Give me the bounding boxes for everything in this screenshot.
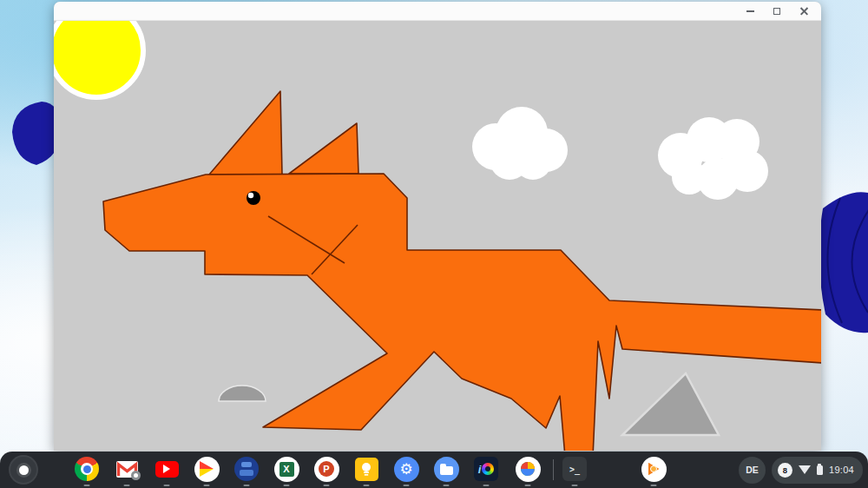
window-titlebar[interactable] <box>54 2 821 21</box>
shelf-app-settings[interactable]: ⚙ <box>391 454 421 484</box>
files-folder-icon <box>434 457 459 482</box>
shelf-app-chrome[interactable] <box>72 454 102 484</box>
shelf-app-blue-app[interactable] <box>232 454 261 484</box>
sun-shape <box>54 21 143 97</box>
running-indicator <box>284 485 290 486</box>
shelf-app-terminal[interactable]: >_ <box>560 454 589 484</box>
excel-icon: X <box>274 457 299 482</box>
terminal-icon: >_ <box>562 457 587 481</box>
close-button[interactable] <box>797 4 811 18</box>
maximize-button[interactable] <box>770 4 784 18</box>
launcher-button[interactable] <box>9 455 38 485</box>
running-indicator <box>444 485 450 486</box>
battery-icon <box>817 465 823 475</box>
running-indicator <box>572 485 578 486</box>
wifi-icon <box>799 465 811 474</box>
shelf-app-ibis-paint[interactable]: i <box>471 454 501 484</box>
fox-eye-highlight <box>248 193 253 198</box>
shelf-app-keep[interactable] <box>352 454 381 484</box>
running-indicator <box>164 485 170 486</box>
photos-pinwheel-icon <box>516 457 541 482</box>
keep-icon <box>355 458 378 481</box>
shelf-app-play-store[interactable] <box>192 454 221 484</box>
shelf: XP⚙i>_ DE 8 19:04 <box>0 452 868 488</box>
running-indicator <box>204 485 210 486</box>
fox-eye <box>247 191 260 205</box>
play-store-icon <box>194 457 220 482</box>
running-indicator <box>483 485 490 486</box>
fox-ear <box>209 91 282 175</box>
play-music-icon <box>641 457 667 482</box>
shelf-app-youtube[interactable] <box>152 454 181 484</box>
notification-badge: 8 <box>778 463 792 478</box>
fox-body <box>103 174 821 451</box>
powerpoint-icon: P <box>314 457 339 482</box>
drawing-canvas[interactable] <box>54 21 821 451</box>
shelf-app-excel[interactable]: X <box>272 454 301 484</box>
language-indicator[interactable]: DE <box>739 457 766 484</box>
shelf-app-gmail[interactable] <box>112 454 141 484</box>
maximize-icon <box>773 8 780 15</box>
launcher-icon <box>19 465 29 475</box>
running-indicator <box>324 485 330 486</box>
cloud-shape <box>672 160 707 195</box>
paint-app-window <box>54 2 821 451</box>
running-indicator <box>404 485 410 486</box>
gmail-icon <box>116 461 138 478</box>
ibis-paint-icon: i <box>474 457 498 481</box>
minimize-icon <box>746 10 754 12</box>
shelf-app-files[interactable] <box>431 454 461 484</box>
wallpaper-blob-right <box>819 192 868 333</box>
settings-gear-icon: ⚙ <box>394 457 419 482</box>
minimize-button[interactable] <box>743 4 757 18</box>
rock-half-circle <box>219 386 266 401</box>
cloud-shape <box>514 142 552 180</box>
running-indicator <box>244 485 250 486</box>
shelf-app-play-music[interactable] <box>639 454 668 484</box>
shelf-app-photos[interactable] <box>513 454 542 484</box>
clock: 19:04 <box>829 465 854 475</box>
running-indicator <box>651 485 657 486</box>
running-indicator <box>525 485 531 486</box>
running-indicator <box>124 485 130 486</box>
running-indicator <box>364 485 370 486</box>
shelf-app-powerpoint[interactable]: P <box>312 454 341 484</box>
status-area: DE 8 19:04 <box>739 456 863 484</box>
rock-triangle <box>622 373 719 435</box>
running-indicator <box>84 485 90 486</box>
chrome-icon <box>75 457 99 481</box>
desktop: { "wallpaper": { "base_colors": ["#a9d9e… <box>0 0 868 488</box>
youtube-icon <box>155 461 179 478</box>
blue-bars-app-icon <box>234 457 259 481</box>
shelf-separator <box>553 459 554 480</box>
fox-ear <box>289 123 358 174</box>
system-tray[interactable]: 8 19:04 <box>772 457 863 484</box>
